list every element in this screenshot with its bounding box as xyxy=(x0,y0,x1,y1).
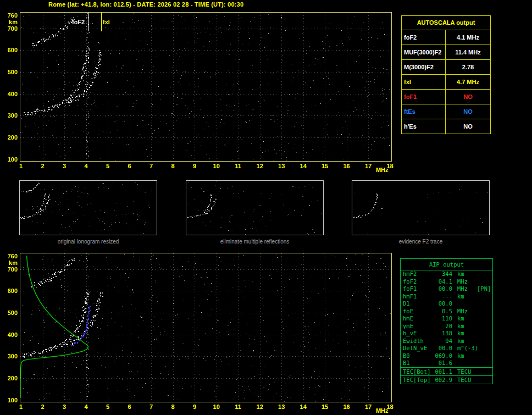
aip-param-value: 01.6 xyxy=(433,359,452,367)
aip-param-flag xyxy=(476,278,492,286)
y-tick-label: 760 xyxy=(2,253,18,259)
x-tick-label: 4 xyxy=(81,163,92,169)
autoscala-param-value: 4.7 MHz xyxy=(446,75,490,89)
autoscala-output-table: AUTOSCALA output foF24.1 MHzMUF(3000)F21… xyxy=(401,15,491,134)
x-tick-label: 11 xyxy=(232,163,243,169)
aip-row: TEC[Top]002.9TECU xyxy=(401,375,492,384)
autoscala-table-title: AUTOSCALA output xyxy=(402,16,490,30)
aip-param-flag xyxy=(476,359,492,367)
aip-param-value: 20 xyxy=(433,323,452,330)
aip-param-unit: TECU xyxy=(452,368,476,375)
autoscala-param-name: ftEs xyxy=(402,104,446,119)
x-tick-label: 14 xyxy=(298,163,309,169)
autoscala-row: MUF(3000)F211.4 MHz xyxy=(402,45,490,60)
x-tick-label: 1 xyxy=(15,403,26,410)
aip-param-unit: km xyxy=(452,330,476,337)
aip-param-flag xyxy=(476,352,492,360)
aip-param-unit: km xyxy=(452,270,476,278)
aip-row: Ewidth94km xyxy=(401,337,492,345)
aip-row: hmF2344km xyxy=(401,270,492,278)
x-tick-label: 9 xyxy=(189,403,200,410)
x-axis-unit-label: MHz xyxy=(376,167,395,173)
x-tick-label: 3 xyxy=(59,163,70,169)
thumbnail-f2-trace xyxy=(352,180,490,235)
aip-param-unit: km xyxy=(452,315,476,323)
y-tick-label: 500 xyxy=(2,69,18,75)
aip-param-value: --- xyxy=(433,293,452,301)
aip-param-name: hmE xyxy=(403,315,433,323)
autoscala-param-value: 2.78 xyxy=(446,60,490,74)
y-tick-label: 700 xyxy=(2,266,18,273)
autoscala-row: fxI4.7 MHz xyxy=(402,75,490,90)
aip-param-flag xyxy=(476,337,492,345)
y-tick-label: 400 xyxy=(2,331,18,338)
aip-row: TEC[Bot]001.1TECU xyxy=(401,367,492,375)
aip-param-name: foF1 xyxy=(403,285,433,293)
x-tick-label: 3 xyxy=(59,403,70,410)
x-tick-label: 4 xyxy=(81,403,92,410)
aip-param-value: 04.1 xyxy=(433,278,452,286)
aip-param-name: foF2 xyxy=(403,278,433,286)
x-tick-label: 15 xyxy=(319,403,330,410)
aip-param-flag xyxy=(476,323,492,330)
y-tick-label: 400 xyxy=(2,91,18,97)
aip-param-unit: TECU xyxy=(452,376,476,384)
aip-row: B0069.0km xyxy=(401,352,492,360)
aip-param-name: B1 xyxy=(403,359,433,367)
aip-param-value: 138 xyxy=(433,330,452,337)
thumbnail-caption-f2-trace: evidence F2 trace xyxy=(352,239,490,245)
x-tick-label: 1 xyxy=(15,163,26,169)
aip-param-name: TEC[Bot] xyxy=(403,368,433,375)
autoscala-param-name: MUF(3000)F2 xyxy=(402,45,446,59)
fxi-marker-label: fxI xyxy=(103,19,110,25)
x-tick-label: 12 xyxy=(254,403,265,410)
y-tick-label: 760 xyxy=(2,12,18,19)
thumbnail-caption-original: original ionogram resized xyxy=(19,239,157,245)
thumbnail-original-ionogram xyxy=(19,180,157,235)
aip-row: DelN_vE00.0m^(-3) xyxy=(401,345,492,352)
x-tick-label: 8 xyxy=(168,163,179,169)
x-tick-label: 13 xyxy=(276,403,287,410)
x-tick-label: 12 xyxy=(254,163,265,169)
autoscala-row: ftEsNO xyxy=(402,104,490,119)
aip-param-flag: [PN] xyxy=(476,285,492,293)
aip-param-flag xyxy=(476,345,492,352)
aip-param-unit: km xyxy=(452,293,476,301)
y-tick-label: 500 xyxy=(2,309,18,316)
y-tick-label: 600 xyxy=(2,47,18,53)
autoscala-param-value: 4.1 MHz xyxy=(446,30,490,45)
x-tick-label: 7 xyxy=(146,163,157,169)
aip-row: hmE110km xyxy=(401,315,492,323)
x-tick-label: 14 xyxy=(298,403,309,410)
autoscala-param-value: 11.4 MHz xyxy=(446,45,490,59)
aip-row: foE0.5MHz xyxy=(401,308,492,316)
y-axis-unit-label: km xyxy=(2,19,18,25)
aip-param-value: 001.1 xyxy=(433,368,452,375)
autoscala-row: M(3000)F22.78 xyxy=(402,60,490,75)
aip-param-name: hmF1 xyxy=(403,293,433,301)
aip-row: D100.0 xyxy=(401,300,492,308)
aip-param-name: foE xyxy=(403,308,433,316)
y-tick-label: 200 xyxy=(2,375,18,381)
aip-param-flag xyxy=(476,315,492,323)
aip-param-name: DelN_vE xyxy=(403,345,433,352)
y-tick-label: 300 xyxy=(2,353,18,359)
x-tick-label: 5 xyxy=(102,403,113,410)
thumbnail-original-canvas xyxy=(20,181,157,235)
station-date-time-title: Rome (lat: +41.8, lon: 012.5) - DATE: 20… xyxy=(48,1,243,8)
aip-param-value: 00.0 xyxy=(433,285,452,293)
y-tick-label: 200 xyxy=(2,134,18,141)
aip-param-unit xyxy=(452,300,476,308)
aip-output-table: AIP output hmF2344kmfoF204.1MHzfoF100.0M… xyxy=(400,258,493,384)
autoscala-window: Rome (lat: +41.8, lon: 012.5) - DATE: 20… xyxy=(0,0,532,415)
profile-ionogram-canvas xyxy=(20,253,391,402)
y-tick-label: 300 xyxy=(2,112,18,119)
autoscala-param-name: foF1 xyxy=(402,90,446,104)
aip-row: hmF1---km xyxy=(401,293,492,301)
y-tick-label: 600 xyxy=(2,287,18,294)
aip-param-name: Ewidth xyxy=(403,337,433,345)
aip-param-value: 00.0 xyxy=(433,345,452,352)
x-tick-label: 17 xyxy=(363,163,374,169)
x-tick-label: 15 xyxy=(319,163,330,169)
x-tick-label: 9 xyxy=(189,163,200,169)
